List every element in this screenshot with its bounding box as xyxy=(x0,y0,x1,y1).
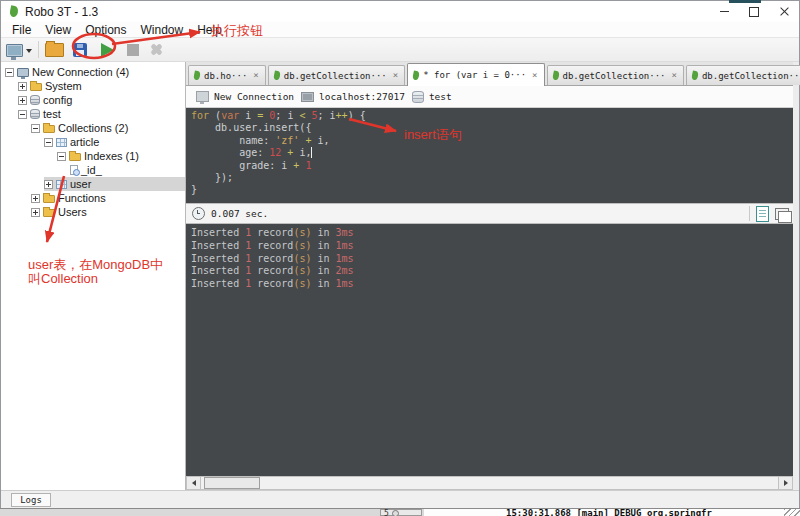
tab-2[interactable]: db.getCollection···× xyxy=(268,65,405,85)
tab-label: db.ho··· xyxy=(204,71,247,81)
expander-minus-icon[interactable] xyxy=(44,138,53,147)
tab-close-icon[interactable]: × xyxy=(671,71,676,80)
expander-minus-icon[interactable] xyxy=(31,124,40,133)
leaf-icon xyxy=(193,70,201,80)
folder-icon xyxy=(43,209,55,217)
gear-icon xyxy=(392,510,399,516)
expander-minus-icon[interactable] xyxy=(57,152,66,161)
save-button[interactable] xyxy=(64,40,87,60)
tree-item-label: user xyxy=(70,178,91,190)
background-window-sliver xyxy=(729,0,761,3)
tree-item-system[interactable]: System xyxy=(1,79,185,93)
menu-options[interactable]: Options xyxy=(78,23,133,37)
tree-item-label: New Connection (4) xyxy=(32,66,129,78)
code-line: grade: i + 1 xyxy=(191,160,788,172)
menu-help[interactable]: Help xyxy=(190,23,229,37)
open-file-button[interactable] xyxy=(45,40,64,60)
maximize-icon[interactable] xyxy=(739,1,769,22)
tree-item-_id_[interactable]: _id_ xyxy=(1,163,185,177)
expander-plus-icon[interactable] xyxy=(31,194,40,203)
leaf-icon xyxy=(691,70,699,80)
menu-window[interactable]: Window xyxy=(134,23,191,37)
tree-item-indexes-1[interactable]: Indexes (1) xyxy=(1,149,185,163)
breadcrumb: New Connection localhost:27017 test xyxy=(186,86,793,108)
tab-5[interactable]: db.getCollection···× xyxy=(686,65,800,85)
tree-item-users[interactable]: Users xyxy=(1,205,185,219)
text-mode-icon[interactable] xyxy=(756,206,769,222)
tree-item-test[interactable]: test xyxy=(1,107,185,121)
tree-item-label: Indexes (1) xyxy=(84,150,139,162)
scroll-right-button[interactable] xyxy=(778,477,792,489)
leaf-icon xyxy=(552,70,560,80)
chevron-down-icon[interactable] xyxy=(26,49,32,53)
arrow-right-icon xyxy=(784,480,788,486)
leaf-icon xyxy=(412,70,420,80)
scrollbar-thumb[interactable] xyxy=(204,477,260,489)
maximize-result-icon[interactable] xyxy=(775,208,789,220)
tree-item-label: System xyxy=(45,80,82,92)
tree-item-collections-2[interactable]: Collections (2) xyxy=(1,121,185,135)
main-area: New Connection (4)SystemconfigtestCollec… xyxy=(1,62,799,490)
server-icon xyxy=(301,92,314,102)
stop-button[interactable] xyxy=(114,40,139,60)
tree-item-user[interactable]: user xyxy=(1,177,185,191)
toolbar-separator xyxy=(38,41,39,58)
connection-manager-button[interactable] xyxy=(6,40,32,60)
breadcrumb-connection[interactable]: New Connection xyxy=(196,91,294,102)
expander-minus-icon[interactable] xyxy=(5,68,14,77)
output-line: Inserted 1 record(s) in 2ms xyxy=(191,265,788,278)
close-icon[interactable] xyxy=(769,1,799,22)
window-title: Robo 3T - 1.3 xyxy=(25,5,98,19)
folder-icon xyxy=(43,195,55,203)
tree-item-label: _id_ xyxy=(81,164,102,176)
tab-1[interactable]: db.ho···× xyxy=(188,65,266,85)
database-icon xyxy=(412,91,424,103)
tab-label: db.getCollection··· xyxy=(563,71,666,81)
title-bar: Robo 3T - 1.3 xyxy=(1,1,799,22)
tab-4[interactable]: db.getCollection···× xyxy=(547,65,684,85)
tab-close-icon[interactable]: × xyxy=(253,71,258,80)
breadcrumb-connection-label: New Connection xyxy=(214,91,294,102)
toolbar xyxy=(1,38,799,62)
tree-item-config[interactable]: config xyxy=(1,93,185,107)
tab-close-icon[interactable]: × xyxy=(393,71,398,80)
tab-3[interactable]: * for (var i = 0···× xyxy=(407,63,544,86)
result-output[interactable]: Inserted 1 record(s) in 3msInserted 1 re… xyxy=(186,224,793,476)
connection-icon xyxy=(196,91,209,102)
code-line: name: 'zf' + i, xyxy=(191,135,788,147)
expander-minus-icon[interactable] xyxy=(18,110,27,119)
expander-plus-icon[interactable] xyxy=(31,208,40,217)
minimize-icon[interactable] xyxy=(709,1,739,22)
expander-plus-icon[interactable] xyxy=(18,96,27,105)
tree-item-label: Functions xyxy=(58,192,106,204)
database-icon xyxy=(30,95,40,105)
stop-icon xyxy=(127,44,139,56)
clock-icon xyxy=(192,207,205,220)
tree-item-functions[interactable]: Functions xyxy=(1,191,185,205)
tree-item-new-connection-4[interactable]: New Connection (4) xyxy=(1,65,185,79)
background-window-strip: 5 15:30:31.868 [main] DEBUG org.springfr xyxy=(0,508,800,516)
breadcrumb-database-label: test xyxy=(429,91,452,102)
execute-button[interactable] xyxy=(87,40,114,60)
menu-view[interactable]: View xyxy=(38,23,78,37)
play-icon xyxy=(101,43,114,57)
tree-item-article[interactable]: article xyxy=(1,135,185,149)
logs-button[interactable]: Logs xyxy=(11,493,51,507)
robo3t-window: Robo 3T - 1.3 File View Options Window H… xyxy=(0,0,800,509)
connection-icon xyxy=(6,44,23,57)
expander-plus-icon[interactable] xyxy=(44,180,53,189)
code-editor[interactable]: for (var i = 0; i < 5; i++) { db.user.in… xyxy=(186,108,793,203)
connection-tree: New Connection (4)SystemconfigtestCollec… xyxy=(1,62,186,490)
breadcrumb-database[interactable]: test xyxy=(412,91,452,103)
breadcrumb-host[interactable]: localhost:27017 xyxy=(301,91,405,102)
arrow-left-icon xyxy=(192,480,196,486)
leaf-icon xyxy=(273,70,281,80)
menu-file[interactable]: File xyxy=(5,23,38,37)
horizontal-scrollbar[interactable] xyxy=(186,476,793,490)
scroll-left-button[interactable] xyxy=(187,477,201,489)
output-line: Inserted 1 record(s) in 1ms xyxy=(191,240,788,253)
tab-close-icon[interactable]: × xyxy=(532,71,537,80)
toggle-orientation-button[interactable] xyxy=(139,40,164,60)
expander-plus-icon[interactable] xyxy=(18,82,27,91)
folder-icon xyxy=(30,83,42,91)
